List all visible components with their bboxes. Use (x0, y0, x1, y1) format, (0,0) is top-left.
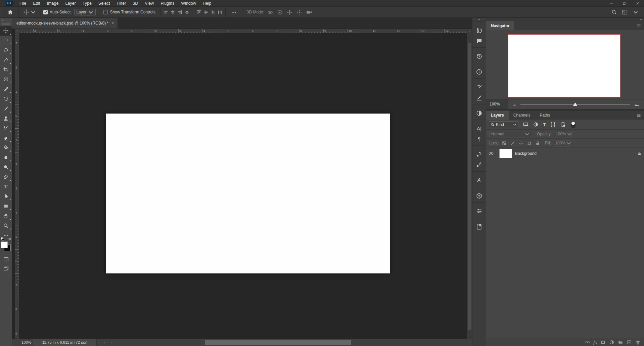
panels-expand-chevron[interactable]: » (486, 18, 644, 21)
link-layers-button[interactable] (585, 340, 590, 345)
layer-filter-toggle[interactable] (571, 121, 576, 128)
vertical-scroll-thumb[interactable] (468, 43, 471, 330)
window-minimize-button[interactable] (605, 0, 618, 6)
quick-mask-icon[interactable] (3, 256, 9, 262)
menu-3d[interactable]: 3D (129, 0, 141, 7)
layer-name[interactable]: Background (515, 151, 537, 156)
menu-window[interactable]: Window (178, 0, 199, 7)
eraser-tool[interactable] (0, 133, 12, 143)
distribute-vertical-centers-button[interactable] (184, 9, 190, 15)
screen-mode-icon[interactable] (3, 266, 9, 272)
frame-tool[interactable] (0, 75, 12, 84)
navigator-proxy-preview[interactable] (508, 34, 620, 97)
default-colors-icon[interactable] (1, 237, 5, 241)
chevron-down-icon[interactable] (633, 9, 639, 15)
3d-orbit-button[interactable] (267, 9, 273, 15)
align-left-edges-button[interactable] (163, 9, 169, 15)
scroll-up-icon[interactable]: ^ (467, 29, 472, 33)
tool-preset-picker[interactable] (21, 9, 38, 15)
status-zoom-field[interactable]: 100% (21, 339, 31, 346)
dock-glyphs-panel[interactable]: A (472, 175, 486, 185)
menu-select[interactable]: Select (95, 0, 113, 7)
new-layer-button[interactable] (627, 340, 632, 345)
workspace-switcher-icon[interactable] (622, 9, 628, 15)
crop-tool[interactable] (0, 65, 12, 75)
layer-filter-kind-dropdown[interactable]: Kind (489, 121, 518, 128)
delete-layer-button[interactable] (635, 340, 641, 345)
navigator-panel-menu-icon[interactable] (636, 23, 641, 28)
scroll-left-icon[interactable]: ‹ (111, 339, 113, 346)
dock-adjustments-panel[interactable] (472, 108, 486, 118)
brush-tool[interactable] (0, 104, 12, 114)
document-tab[interactable]: editor-mockup-sleeve-black.psd @ 100% (R… (12, 18, 118, 29)
history-brush-tool[interactable] (0, 123, 12, 133)
fill-field[interactable]: 100% (553, 140, 566, 146)
menu-edit[interactable]: Edit (30, 0, 44, 7)
3d-camera-button[interactable] (306, 9, 312, 15)
canvas-viewport[interactable]: 32101234567891011121314 3210123456789 (12, 29, 472, 339)
dodge-tool[interactable] (0, 162, 12, 172)
opacity-field[interactable]: 100% (554, 131, 567, 137)
distribute-horizontal-centers-button[interactable] (217, 9, 223, 15)
menu-image[interactable]: Image (44, 0, 62, 7)
home-button[interactable] (4, 7, 16, 17)
hand-tool[interactable] (0, 211, 12, 221)
canvas-document[interactable] (106, 114, 390, 273)
auto-select-checkbox[interactable] (43, 10, 48, 14)
3d-roll-button[interactable] (277, 9, 283, 15)
path-selection-tool[interactable] (0, 191, 12, 201)
dock-properties-panel[interactable] (472, 206, 486, 216)
tab-channels[interactable]: Channels (509, 111, 535, 120)
dock-libraries-panel[interactable] (472, 221, 486, 232)
tab-layers[interactable]: Layers (486, 111, 509, 120)
search-icon[interactable] (611, 9, 617, 15)
spot-healing-brush-tool[interactable] (0, 94, 12, 104)
status-info-chevron[interactable]: › (103, 339, 105, 346)
menu-view[interactable]: View (141, 0, 157, 7)
menu-plugins[interactable]: Plugins (157, 0, 178, 7)
layer-style-button[interactable]: fx (593, 340, 597, 345)
dock-comments-panel[interactable] (472, 36, 486, 46)
dock-history-panel[interactable] (472, 51, 486, 61)
close-tab-icon[interactable]: × (111, 21, 114, 26)
window-close-button[interactable] (631, 0, 644, 6)
scroll-right-icon[interactable]: › (468, 339, 469, 346)
layer-lock-icon[interactable] (637, 151, 642, 156)
window-restore-button[interactable] (618, 0, 631, 6)
menu-file[interactable]: File (16, 0, 30, 7)
type-layer-filter-button[interactable]: T (543, 122, 546, 127)
menu-layer[interactable]: Layer (62, 0, 79, 7)
dock-info-panel[interactable] (472, 67, 486, 77)
tab-paths[interactable]: Paths (535, 111, 555, 120)
lock-image-pixels-button[interactable] (510, 140, 515, 145)
dock-brushes-panel[interactable] (472, 92, 486, 103)
lock-all-button[interactable] (535, 140, 540, 145)
layer-row[interactable]: Background (486, 148, 644, 159)
foreground-color-swatch[interactable] (1, 242, 8, 248)
smart-object-filter-button[interactable] (560, 122, 566, 127)
rectangle-tool[interactable] (0, 201, 12, 211)
clone-stamp-tool[interactable] (0, 114, 12, 123)
move-tool[interactable] (0, 26, 12, 36)
type-tool[interactable]: T (0, 182, 12, 191)
more-align-options-button[interactable] (228, 7, 240, 17)
align-bottom-edges-button[interactable] (210, 9, 216, 15)
menu-help[interactable]: Help (199, 0, 215, 7)
object-selection-tool[interactable] (0, 55, 12, 65)
pen-tool[interactable] (0, 172, 12, 182)
lock-transparent-pixels-button[interactable] (502, 140, 507, 145)
dock-character-styles-panel[interactable]: A (472, 160, 486, 170)
eyedropper-tool[interactable] (0, 84, 12, 94)
align-top-edges-button[interactable] (196, 9, 202, 15)
auto-select-target-dropdown[interactable]: Layer (74, 9, 96, 15)
pixel-layer-filter-button[interactable] (523, 122, 528, 127)
3d-slide-button[interactable] (296, 9, 303, 15)
align-horizontal-centers-button[interactable] (203, 9, 209, 15)
blur-tool[interactable] (0, 153, 12, 162)
tab-navigator[interactable]: Navigator (486, 21, 514, 30)
blend-mode-dropdown[interactable]: Normal (489, 131, 532, 137)
dock-brush-settings-panel[interactable] (472, 82, 486, 92)
navigator-zoom-field[interactable]: 100% (486, 99, 508, 109)
dock-paragraph-styles-panel[interactable]: ¶ (472, 149, 486, 160)
dock-collapse-chevron[interactable]: « (472, 18, 486, 21)
